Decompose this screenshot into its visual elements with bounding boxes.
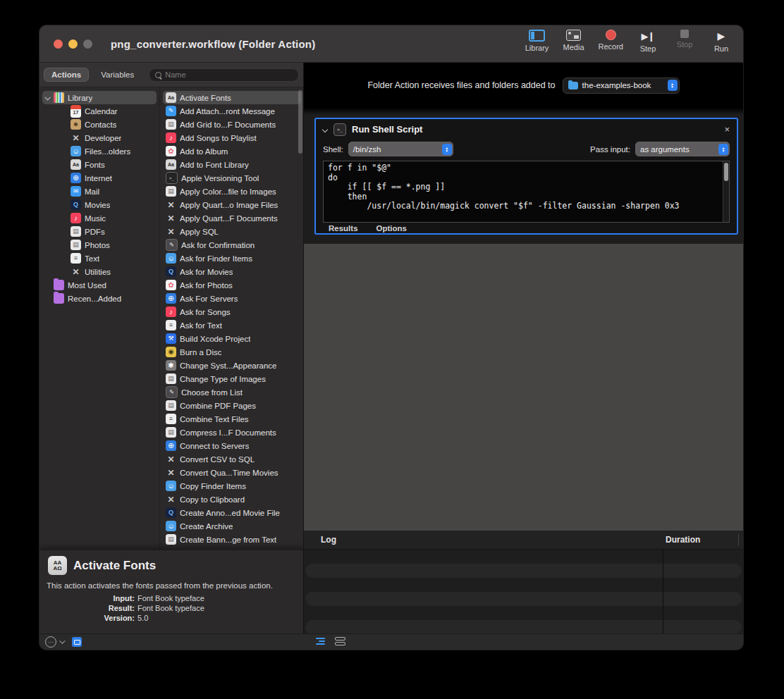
toolbar-button-label: Record — [599, 42, 623, 51]
action-list-item[interactable]: ✕ Copy to Clipboard — [163, 493, 301, 506]
action-list-item[interactable]: ▤ Change Type of Images — [163, 372, 301, 385]
close-action-icon[interactable]: × — [724, 125, 730, 134]
action-list-item[interactable]: ☺ Ask for Finder Items — [163, 252, 301, 265]
shell-select[interactable]: /bin/zsh ▲▼ — [348, 142, 453, 156]
folder-select[interactable]: the-examples-book ▲▼ — [563, 78, 680, 94]
sidebar-item[interactable]: Library — [42, 91, 157, 104]
action-list-item[interactable]: ▤ Compress I...F Documents — [163, 426, 301, 439]
log-column-header[interactable]: Log — [321, 535, 336, 545]
pen-action-icon: ✎ — [166, 386, 178, 398]
action-list-item[interactable]: ✕ Convert CSV to SQL — [163, 452, 301, 466]
action-list-item[interactable]: ✿ Ask for Photos — [163, 278, 301, 292]
action-list-item[interactable]: ⊕ Ask For Servers — [163, 292, 301, 305]
finder-icon: ☺ — [71, 146, 81, 156]
shell-script-code[interactable]: for f in "$@" do if [[ $f == *.png ]] th… — [328, 163, 729, 211]
toolbar-button-media[interactable]: Media — [562, 30, 586, 53]
action-list-item[interactable]: ✕ Apply Quart...F Documents — [163, 211, 301, 225]
media-browser-toggle-icon[interactable] — [72, 637, 82, 647]
action-list-item[interactable]: Aa Activate Fonts — [163, 91, 301, 104]
action-list-scrollbar[interactable] — [298, 90, 302, 154]
action-list-item[interactable]: ≡ Combine Text Files — [163, 412, 301, 426]
collapse-chevron-icon[interactable] — [322, 126, 328, 132]
action-list-item[interactable]: ≡ Ask for Text — [163, 318, 301, 332]
disclosure-chevron-icon[interactable] — [44, 94, 50, 100]
run-shell-script-action[interactable]: >_ Run Shell Script × Shell: /bin/zsh ▲▼… — [314, 118, 738, 235]
action-list-item[interactable]: >_ Apple Versioning Tool — [163, 171, 301, 185]
minimize-window-button[interactable] — [68, 39, 78, 49]
close-window-button[interactable] — [54, 39, 63, 49]
action-list-item[interactable]: ▤ Apply Color...file to Images — [163, 185, 301, 198]
action-list-item[interactable]: ✕ Apply SQL — [163, 225, 301, 238]
options-button[interactable]: Options — [376, 224, 407, 233]
action-list-item[interactable]: ♪ Add Songs to Playlist — [163, 131, 301, 144]
action-list-item[interactable]: ✕ Convert Qua...Time Movies — [163, 466, 301, 479]
action-list-item[interactable]: ✱ Change Syst...Appearance — [163, 359, 301, 372]
tab-actions[interactable]: Actions — [44, 68, 89, 82]
workflow-view-icon[interactable] — [335, 637, 345, 645]
crossed-tools-icon: ✕ — [166, 199, 176, 210]
action-list-item[interactable]: ⚒ Build Xcode Project — [163, 332, 301, 345]
action-menu-icon[interactable]: ⋯ — [45, 636, 56, 648]
pdf-document-icon: ▤ — [166, 400, 176, 411]
action-list-item[interactable]: ✎ Choose from List — [163, 385, 301, 399]
log-row — [305, 592, 742, 606]
sidebar-item[interactable]: Most Used — [42, 278, 157, 292]
action-list-item[interactable]: ✎ Add Attach...ront Message — [163, 104, 301, 118]
crossed-tools-icon: ✕ — [166, 226, 176, 237]
action-list-item[interactable]: ☺ Copy Finder Items — [163, 479, 301, 493]
toolbar-button-step[interactable]: ▶❙Step — [636, 30, 660, 53]
photo-icon: ▤ — [166, 373, 176, 384]
results-button[interactable]: Results — [329, 224, 358, 233]
sidebar-item[interactable]: ≡ Text — [59, 252, 157, 265]
action-list-item[interactable]: ♪ Ask for Songs — [163, 305, 301, 318]
action-list-item[interactable]: ▤ Add Grid to...F Documents — [163, 118, 301, 131]
window-title: png_converter.workflow (Folder Action) — [111, 38, 315, 50]
stepper-icon: ▲▼ — [442, 144, 452, 155]
log-row — [304, 550, 743, 564]
sidebar-item[interactable]: ⊕ Internet — [59, 171, 157, 185]
toolbar-button-record[interactable]: Record — [599, 30, 623, 53]
pdf-document-icon: ▤ — [71, 226, 81, 237]
traffic-lights — [54, 39, 92, 49]
sidebar-item[interactable]: ☺ Files...olders — [59, 144, 157, 158]
action-list-item[interactable]: ◉ Burn a Disc — [163, 345, 301, 359]
action-list-item[interactable]: ✿ Add to Album — [163, 144, 301, 158]
sidebar-item[interactable]: ☻ Contacts — [59, 118, 157, 131]
sidebar-item[interactable]: ✕ Utilities — [59, 265, 157, 278]
action-list-item[interactable]: ⊕ Connect to Servers — [163, 439, 301, 452]
workflow-canvas[interactable] — [304, 244, 743, 531]
sidebar-item[interactable]: ♪ Music — [59, 211, 157, 225]
toolbar-button-run[interactable]: ▶Run — [709, 30, 733, 53]
sidebar-item[interactable]: 17 Calendar — [59, 104, 157, 118]
sidebar-item[interactable]: Recen...Added — [42, 292, 157, 305]
text-document-icon: ≡ — [166, 320, 176, 330]
chevron-down-icon[interactable] — [59, 638, 65, 643]
media-browser-icon — [566, 30, 581, 41]
action-list-item[interactable]: ▤ Create Bann...ge from Text — [163, 533, 301, 546]
zoom-window-button[interactable] — [83, 39, 92, 49]
tab-variables[interactable]: Variables — [93, 68, 142, 82]
toolbar-button-library[interactable]: Library — [525, 30, 549, 53]
title-bar[interactable]: png_converter.workflow (Folder Action) L… — [39, 25, 743, 63]
sidebar-item[interactable]: ✕ Developer — [59, 131, 157, 144]
shell-script-editor[interactable]: for f in "$@" do if [[ $f == *.png ]] th… — [323, 161, 730, 223]
sidebar-item[interactable]: Aa Fonts — [59, 158, 157, 171]
list-view-icon[interactable] — [316, 638, 325, 645]
action-list-item[interactable]: Aa Add to Font Library — [163, 158, 301, 171]
search-input[interactable]: Name — [149, 68, 299, 82]
code-scrollbar[interactable] — [723, 161, 729, 222]
sidebar-item[interactable]: ✉ Mail — [59, 185, 157, 198]
folder-action-label: Folder Action receives files and folders… — [367, 80, 555, 90]
sidebar-item[interactable]: ▤ PDFs — [59, 225, 157, 238]
duration-column-header[interactable]: Duration — [666, 535, 700, 545]
pass-input-select[interactable]: as arguments ▲▼ — [635, 142, 730, 156]
action-list-item[interactable]: Q Ask for Movies — [163, 265, 301, 278]
action-list-item[interactable]: ✕ Apply Quart...o Image Files — [163, 198, 301, 211]
pass-input-value: as arguments — [640, 145, 690, 154]
action-list-item[interactable]: ▤ Combine PDF Pages — [163, 399, 301, 412]
sidebar-item[interactable]: ▤ Photos — [59, 238, 157, 252]
action-list-item[interactable]: ✎ Ask for Confirmation — [163, 238, 301, 252]
action-list-item[interactable]: Q Create Anno...ed Movie File — [163, 506, 301, 519]
sidebar-item[interactable]: Q Movies — [59, 198, 157, 211]
action-list-item[interactable]: ☺ Create Archive — [163, 519, 301, 533]
